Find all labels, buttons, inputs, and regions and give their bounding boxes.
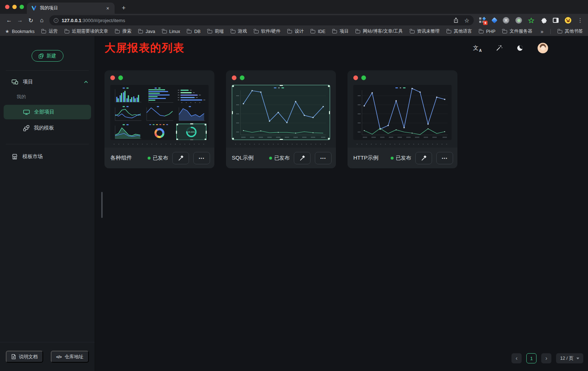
green-dot bbox=[118, 75, 123, 80]
green-dot bbox=[240, 75, 244, 80]
back-icon[interactable]: ← bbox=[4, 15, 15, 26]
extensions-puzzle-icon[interactable] bbox=[540, 17, 547, 24]
url-host: 127.0.0.1 bbox=[62, 18, 81, 23]
bookmark-folder[interactable]: 运营 bbox=[41, 28, 58, 34]
selection-handle[interactable] bbox=[190, 140, 193, 140]
current-page-button[interactable]: 1 bbox=[526, 353, 536, 363]
project-card[interactable]: SQL示例 已发布 ••• bbox=[226, 70, 336, 168]
minimize-window-button[interactable] bbox=[12, 5, 17, 9]
selection-overlay[interactable] bbox=[232, 85, 330, 140]
bookmark-folder[interactable]: 前端 bbox=[207, 28, 224, 34]
bookmark-folder[interactable]: 设计 bbox=[287, 28, 304, 34]
sidebar-item-my-templates[interactable]: 我的模板 bbox=[4, 121, 91, 135]
folder-icon bbox=[254, 30, 259, 33]
selection-handle[interactable] bbox=[232, 85, 234, 87]
mini-progress-gauge: 25.00% bbox=[176, 123, 207, 140]
bookmark-folder[interactable]: 搜索 bbox=[115, 28, 131, 34]
scrollbar-thumb[interactable] bbox=[101, 192, 103, 218]
close-window-button[interactable] bbox=[5, 5, 9, 9]
bookmark-folder[interactable]: Java bbox=[138, 29, 155, 34]
bookmark-folder[interactable]: 文件服务器 bbox=[502, 28, 533, 34]
bookmark-folder[interactable]: DB bbox=[187, 29, 200, 34]
status-badge: 已发布 bbox=[391, 155, 411, 161]
bookmark-folder[interactable]: Linux bbox=[162, 29, 180, 34]
chevron-up-icon[interactable] bbox=[84, 81, 88, 83]
reload-icon[interactable]: ↻ bbox=[25, 15, 36, 26]
selection-handle[interactable] bbox=[205, 139, 206, 140]
selection-handle[interactable] bbox=[232, 111, 233, 114]
folder-icon bbox=[138, 30, 143, 33]
bookmark-folder[interactable]: 软件/硬件 bbox=[254, 28, 280, 34]
sidebar-item-all-projects[interactable]: 全部项目 bbox=[4, 105, 91, 119]
selection-handle[interactable] bbox=[206, 131, 207, 134]
next-page-button[interactable]: › bbox=[541, 353, 551, 363]
selection-handle[interactable] bbox=[280, 85, 283, 86]
project-card[interactable]: 25.00% 各种组件 bbox=[104, 70, 214, 168]
more-actions-button[interactable]: ••• bbox=[193, 152, 210, 164]
repo-button[interactable]: </> 仓库地址 bbox=[51, 351, 89, 363]
gem-extension-icon[interactable] bbox=[492, 17, 498, 24]
user-avatar[interactable] bbox=[538, 43, 548, 53]
profile-avatar-icon[interactable] bbox=[565, 17, 571, 24]
bookmark-folder[interactable]: 网站/博客/文章/工具 bbox=[355, 28, 403, 34]
tab-close-icon[interactable]: × bbox=[104, 5, 111, 12]
edit-hammer-button[interactable] bbox=[415, 152, 432, 164]
selection-handle[interactable] bbox=[329, 111, 330, 114]
more-actions-button[interactable]: ••• bbox=[436, 152, 453, 164]
bookmark-folder[interactable]: 其他语言 bbox=[447, 28, 472, 34]
edit-hammer-button[interactable] bbox=[294, 152, 311, 164]
command-extension-icon[interactable]: ⌘ bbox=[503, 17, 509, 24]
prev-page-button[interactable]: ‹ bbox=[511, 353, 522, 363]
home-icon[interactable]: ⌂ bbox=[36, 15, 47, 26]
browser-tab[interactable]: 我的项目 × bbox=[27, 3, 115, 14]
bookmarks-overflow-chevron[interactable]: » bbox=[540, 29, 543, 34]
more-actions-button[interactable]: ••• bbox=[315, 152, 332, 164]
browser-menu-icon[interactable]: ⋮ bbox=[577, 17, 583, 24]
selection-handle[interactable] bbox=[328, 85, 330, 87]
selection-handle[interactable] bbox=[190, 123, 193, 124]
selection-handle[interactable] bbox=[232, 138, 234, 140]
sidebar-item-template-market[interactable]: 模板市场 bbox=[4, 149, 91, 164]
new-tab-button[interactable]: + bbox=[119, 3, 128, 13]
maximize-window-button[interactable] bbox=[20, 5, 24, 9]
green-dot bbox=[361, 75, 366, 80]
bookmark-folder[interactable]: 游戏 bbox=[231, 28, 247, 34]
bookmark-folder[interactable]: PHP bbox=[479, 29, 496, 34]
green-star-extension-icon[interactable] bbox=[528, 17, 534, 24]
selection-handle[interactable] bbox=[176, 139, 178, 140]
bookmark-star-icon[interactable]: ☆ bbox=[462, 16, 472, 25]
card-window-dots bbox=[110, 75, 209, 80]
dark-mode-moon-icon[interactable] bbox=[517, 45, 523, 51]
new-project-button[interactable]: 新建 bbox=[32, 50, 63, 62]
docs-button[interactable]: 说明文档 bbox=[6, 351, 43, 363]
site-info-icon[interactable]: i bbox=[54, 18, 58, 23]
side-panel-icon[interactable] bbox=[553, 18, 559, 23]
ellipsis-icon: ••• bbox=[320, 156, 326, 160]
page-header: 大屏报表的列表 文A bbox=[95, 36, 588, 59]
bookmark-folder[interactable]: 近期需要读的文章 bbox=[65, 28, 108, 34]
selection-handle[interactable] bbox=[328, 138, 330, 140]
project-name: SQL示例 bbox=[232, 154, 265, 161]
language-toggle-icon[interactable]: 文A bbox=[473, 45, 481, 51]
page-size-select[interactable]: 12 / 页 bbox=[556, 353, 583, 363]
bookmark-folder[interactable]: 资讯未整理 bbox=[410, 28, 440, 34]
share-icon[interactable] bbox=[451, 16, 461, 25]
folder-icon bbox=[162, 30, 167, 33]
bookmark-folder[interactable]: 项目 bbox=[332, 28, 349, 34]
bookmark-folder[interactable]: IDE bbox=[311, 29, 325, 34]
bookmarks-root[interactable]: ★Bookmarks bbox=[5, 29, 34, 34]
selection-handle[interactable] bbox=[280, 139, 283, 140]
project-card[interactable]: HTTP示例 已发布 ••• bbox=[348, 70, 457, 168]
selection-handle[interactable] bbox=[176, 131, 177, 134]
recorder-extension-icon[interactable] bbox=[515, 17, 522, 24]
forward-icon[interactable]: → bbox=[15, 15, 25, 26]
url-bar[interactable]: i 127.0.0.1:3000/#/project/items ☆ bbox=[49, 15, 474, 25]
other-bookmarks[interactable]: 其他书签 bbox=[558, 28, 583, 34]
magic-wand-icon[interactable] bbox=[496, 45, 502, 51]
sidebar-group-projects[interactable]: 项目 bbox=[12, 79, 88, 85]
status-badge: 已发布 bbox=[269, 155, 289, 161]
edit-hammer-button[interactable] bbox=[172, 152, 189, 164]
page-title: 大屏报表的列表 bbox=[104, 41, 185, 55]
tab-manager-extension-icon[interactable]: 9 bbox=[479, 17, 486, 24]
sidebar: 新建 项目 我的 全部项目 bbox=[0, 36, 95, 371]
